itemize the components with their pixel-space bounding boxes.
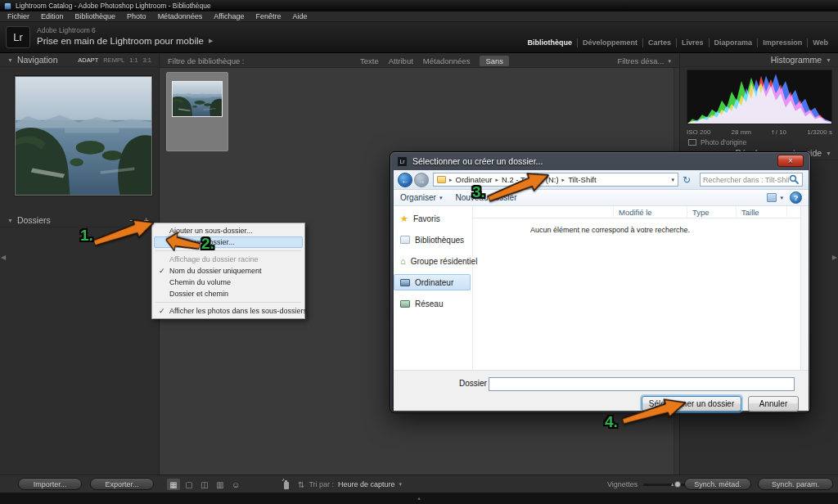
menu-edition[interactable]: Edition bbox=[35, 11, 70, 21]
app-version-label: Adobe Lightroom 6 bbox=[37, 26, 96, 34]
menu-photo[interactable]: Photo bbox=[121, 11, 152, 21]
search-input[interactable] bbox=[703, 176, 789, 184]
menu-item-nom-dossier-uniquement[interactable]: ✓ Nom du dossier uniquement bbox=[154, 265, 303, 277]
histogram-panel-header[interactable]: Histogramme ▼ bbox=[680, 53, 838, 67]
filter-option-sans[interactable]: Sans bbox=[480, 56, 509, 66]
filmstrip[interactable]: ▴ bbox=[0, 493, 838, 504]
forward-button[interactable]: → bbox=[414, 173, 429, 187]
right-panel-collapse-arrow[interactable]: ▶ bbox=[832, 254, 837, 261]
thumbnail-size-control: Vignettes bbox=[607, 475, 689, 493]
sort-value[interactable]: Heure de capture bbox=[338, 480, 395, 488]
filmstrip-toggle-icon[interactable]: ▴ bbox=[417, 493, 421, 504]
left-panel-collapse-arrow[interactable]: ◀ bbox=[1, 254, 6, 261]
menu-aide[interactable]: Aide bbox=[287, 11, 313, 21]
dialog-main: ★ Favoris Bibliothèques ⌂ Groupe résiden… bbox=[394, 206, 809, 370]
module-developpement[interactable]: Développement bbox=[577, 38, 642, 47]
file-list-scrollbar[interactable] bbox=[800, 206, 809, 370]
filter-options: Texte Attribut Métadonnées Sans bbox=[360, 55, 509, 66]
dialog-titlebar[interactable]: Lr Sélectionner ou créer un dossier... × bbox=[390, 152, 810, 170]
module-livres[interactable]: Livres bbox=[676, 38, 709, 47]
grid-view-icon[interactable]: ▦ bbox=[167, 479, 180, 490]
sort-direction-icon[interactable]: ⇅ bbox=[298, 480, 304, 489]
tree-item-reseau[interactable]: Réseau bbox=[394, 295, 471, 312]
zoom-3-1[interactable]: 3:1 bbox=[143, 56, 151, 64]
zoom-levels: ADAPT REMPL 1:1 3:1 bbox=[78, 56, 151, 64]
histogram[interactable] bbox=[687, 70, 832, 124]
photo-thumbnail-cell[interactable] bbox=[166, 72, 228, 151]
module-bibliotheque[interactable]: Bibliothèque bbox=[523, 38, 578, 47]
address-bar[interactable]: ▸ Ordinateur ▸ N.2 - Travail (N:) ▸ Tilt… bbox=[433, 173, 678, 187]
tree-item-groupe-residentiel[interactable]: ⌂ Groupe résidentiel bbox=[394, 253, 471, 269]
module-diaporama[interactable]: Diaporama bbox=[709, 38, 758, 47]
export-button[interactable]: Exporter... bbox=[90, 478, 154, 490]
original-photo-label: Photo d'origine bbox=[701, 138, 746, 146]
exif-readout: ISO 200 28 mm f / 10 1/3200 s bbox=[687, 128, 832, 136]
back-button[interactable]: ← bbox=[398, 173, 412, 187]
slider-thumb[interactable] bbox=[674, 481, 681, 488]
chevron-down-icon: ▾ bbox=[668, 58, 671, 65]
dialog-body: ← → ▸ Ordinateur ▸ N.2 - Travail (N:) ▸ … bbox=[394, 170, 809, 411]
help-button[interactable]: ? bbox=[790, 191, 802, 204]
module-impression[interactable]: Impression bbox=[757, 38, 807, 47]
close-icon: × bbox=[788, 156, 793, 165]
menu-bibliotheque[interactable]: Bibliothèque bbox=[70, 11, 122, 21]
window-titlebar[interactable]: Lightroom Catalog - Adobe Photoshop Ligh… bbox=[0, 0, 838, 11]
toolbar-options-chevron-icon[interactable]: ▴ bbox=[671, 481, 674, 488]
column-header-type[interactable]: Type bbox=[687, 206, 737, 218]
views-button[interactable]: ▾ bbox=[767, 193, 783, 202]
menu-fenetre[interactable]: Fenêtre bbox=[250, 11, 287, 21]
spray-can-icon[interactable] bbox=[282, 479, 291, 490]
breadcrumb-tilt-shift[interactable]: Tilt-Shift bbox=[568, 175, 596, 184]
navigator-preview[interactable] bbox=[15, 76, 152, 196]
address-dropdown-icon[interactable]: ▾ bbox=[671, 177, 674, 183]
sort-control[interactable]: ⇅ Tri par : Heure de capture ▾ bbox=[298, 475, 402, 493]
library-filter-bar: Filtre de bibliothèque : Texte Attribut … bbox=[160, 53, 679, 68]
menu-fichier[interactable]: Fichier bbox=[2, 11, 35, 21]
module-cartes[interactable]: Cartes bbox=[642, 38, 676, 47]
views-icon bbox=[767, 193, 777, 202]
navigation-panel-header[interactable]: ▼ Navigation ADAPT REMPL 1:1 3:1 bbox=[0, 53, 159, 67]
menu-item-affichage-dossier-racine: Affichage du dossier racine bbox=[154, 254, 303, 265]
menu-item-afficher-photos-sous-dossiers[interactable]: ✓ Afficher les photos dans les sous-doss… bbox=[154, 305, 303, 317]
sync-metadata-button[interactable]: Synch. métad. bbox=[684, 478, 751, 490]
annotation-number-4: 4. bbox=[605, 413, 618, 431]
sync-settings-button[interactable]: Synch. param. bbox=[758, 478, 833, 490]
thumbnail-size-slider[interactable] bbox=[643, 484, 689, 486]
column-header-size[interactable]: Taille bbox=[737, 206, 787, 218]
zoom-adapt[interactable]: ADAPT bbox=[78, 56, 98, 64]
tree-item-favoris[interactable]: ★ Favoris bbox=[394, 210, 471, 227]
tree-item-bibliotheques[interactable]: Bibliothèques bbox=[394, 232, 471, 248]
refresh-icon[interactable]: ↻ bbox=[683, 173, 691, 187]
identity-plate[interactable]: Prise en main de Lightroom pour mobile ▶ bbox=[37, 36, 213, 46]
survey-view-icon[interactable]: ▥ bbox=[214, 479, 227, 490]
zoom-1-1[interactable]: 1:1 bbox=[129, 56, 137, 64]
menu-item-chemin-du-volume[interactable]: Chemin du volume bbox=[154, 277, 303, 288]
dialog-toolbar: Organiser ▾ Nouveau dossier ▾ ? bbox=[394, 190, 809, 206]
collapse-triangle-icon: ▼ bbox=[826, 57, 831, 63]
original-photo-row[interactable]: Photo d'origine bbox=[688, 138, 746, 146]
tree-item-ordinateur[interactable]: Ordinateur bbox=[394, 274, 471, 290]
folder-name-input[interactable] bbox=[489, 377, 795, 391]
menu-metadonnees[interactable]: Métadonnées bbox=[152, 11, 209, 21]
menu-item-dossier-et-chemin[interactable]: Dossier et chemin bbox=[154, 288, 303, 299]
module-web[interactable]: Web bbox=[807, 38, 833, 47]
filter-option-texte[interactable]: Texte bbox=[360, 56, 379, 65]
zoom-rempl[interactable]: REMPL bbox=[103, 56, 124, 64]
dialog-navigation-bar: ← → ▸ Ordinateur ▸ N.2 - Travail (N:) ▸ … bbox=[394, 170, 809, 190]
organize-button[interactable]: Organiser ▾ bbox=[400, 193, 442, 202]
filter-option-attribut[interactable]: Attribut bbox=[389, 56, 413, 65]
compare-view-icon[interactable]: ◫ bbox=[198, 479, 211, 490]
people-view-icon[interactable]: ☺ bbox=[229, 479, 242, 490]
cancel-button[interactable]: Annuler bbox=[748, 396, 799, 412]
menu-affichage[interactable]: Affichage bbox=[208, 11, 250, 21]
filter-preset-dropdown[interactable]: Filtres désa... ▾ bbox=[617, 56, 671, 65]
photo-badge-icon bbox=[688, 139, 696, 146]
column-header-modified[interactable]: Modifié le bbox=[614, 206, 687, 218]
close-button[interactable]: × bbox=[777, 155, 804, 167]
loupe-view-icon[interactable]: ▢ bbox=[182, 479, 196, 490]
app-icon bbox=[4, 2, 11, 10]
import-button[interactable]: Importer... bbox=[18, 478, 82, 490]
libraries-icon bbox=[400, 236, 410, 244]
filter-option-metadonnees[interactable]: Métadonnées bbox=[423, 56, 471, 65]
breadcrumb-separator-icon: ▸ bbox=[495, 177, 498, 183]
